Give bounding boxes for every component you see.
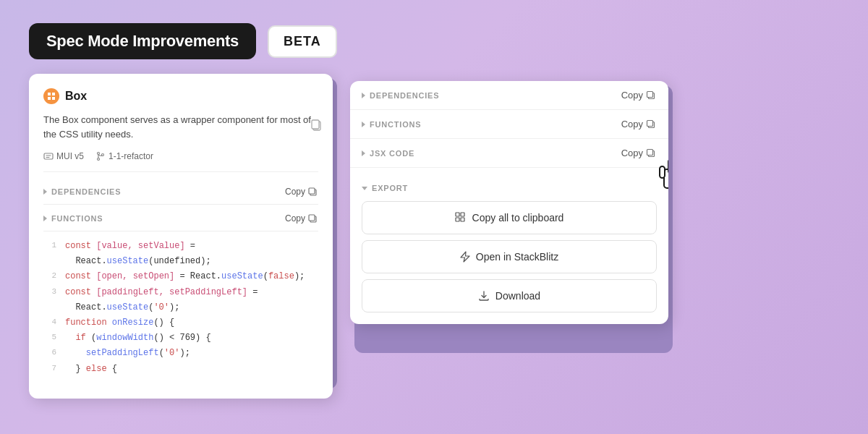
download-label: Download: [495, 290, 540, 302]
export-section-label: EXPORT: [362, 176, 657, 201]
spec-panel: Box The Box component serves as a wrappe…: [29, 74, 333, 399]
svg-rect-21: [461, 213, 464, 216]
page-title: Spec Mode Improvements: [29, 23, 256, 59]
copy-to-clipboard-icon[interactable]: [310, 119, 323, 134]
svg-rect-4: [44, 153, 53, 159]
branch-label: 1-1-refactor: [109, 151, 153, 161]
component-header: Box: [43, 88, 318, 104]
svg-rect-22: [456, 218, 459, 221]
component-icon: [43, 88, 59, 104]
functions-collapse-icon: [43, 216, 47, 221]
svg-rect-15: [647, 92, 653, 98]
copy-all-button[interactable]: Copy all to clipboard: [362, 201, 657, 234]
export-expand-icon: [362, 187, 367, 190]
meta-version: MUI v5: [43, 151, 84, 161]
header: Spec Mode Improvements BETA: [0, 0, 868, 74]
stackblitz-label: Open in StackBlitz: [476, 251, 558, 263]
functions-label: FUNCTIONS: [43, 214, 103, 223]
stackblitz-button[interactable]: Open in StackBlitz: [362, 240, 657, 273]
copy-fn-icon: [646, 119, 657, 129]
svg-rect-20: [456, 213, 459, 216]
copy-deps-icon: [646, 90, 657, 101]
export-functions-label: FUNCTIONS: [362, 120, 421, 129]
code-line-4: 4 function onResize() {: [43, 315, 318, 331]
code-line-3: 3 const [paddingLeft, setPaddingLeft] =: [43, 285, 318, 300]
component-name: Box: [65, 90, 87, 103]
beta-badge: BETA: [268, 25, 337, 58]
code-line-1: 1 const [value, setValue] =: [43, 239, 318, 254]
svg-rect-17: [647, 121, 653, 127]
code-line-1b: React.useState(undefined);: [43, 254, 318, 269]
code-line-5: 5 if (windowWidth() < 769) {: [43, 331, 318, 346]
export-jsx-collapse-icon: [362, 150, 365, 156]
main-content: Box The Box component serves as a wrappe…: [0, 74, 868, 399]
dependencies-copy-button[interactable]: Copy: [285, 187, 318, 197]
line-number: 1: [43, 239, 56, 253]
export-fn-collapse-icon: [362, 122, 365, 127]
svg-rect-9: [312, 120, 319, 129]
code-line-3b: React.useState('0');: [43, 300, 318, 315]
component-description: The Box component serves as a wrapper co…: [43, 113, 318, 141]
code-block: 1 const [value, setValue] = React.useSta…: [43, 231, 318, 384]
export-panel: DEPENDENCIES Copy FUNCTIONS Copy: [350, 81, 668, 324]
svg-rect-2: [48, 97, 51, 100]
dependencies-section-header: DEPENDENCIES Copy: [43, 179, 318, 205]
code-line-2: 2 const [open, setOpen] = React.useState…: [43, 269, 318, 284]
functions-copy-button[interactable]: Copy: [285, 213, 318, 224]
svg-rect-23: [461, 218, 464, 221]
export-jsx-section: JSX CODE Copy: [350, 139, 668, 168]
svg-rect-3: [52, 97, 55, 100]
export-functions-section: FUNCTIONS Copy: [350, 110, 668, 139]
export-dependencies-copy-button[interactable]: Copy: [621, 90, 657, 101]
code-line-7: 7 } else {: [43, 362, 318, 377]
export-dependencies-label: DEPENDENCIES: [362, 91, 439, 100]
version-label: MUI v5: [56, 151, 84, 161]
meta-branch: 1-1-refactor: [95, 151, 153, 161]
export-jsx-copy-button[interactable]: Copy: [621, 148, 657, 158]
branch-icon: [95, 151, 106, 161]
functions-section-header: FUNCTIONS Copy: [43, 206, 318, 231]
svg-rect-19: [647, 150, 653, 156]
download-button[interactable]: Download: [362, 279, 657, 312]
svg-rect-11: [309, 188, 315, 194]
export-dep-collapse-icon: [362, 93, 365, 98]
export-functions-copy-button[interactable]: Copy: [621, 119, 657, 129]
lightning-icon: [460, 251, 470, 263]
svg-rect-13: [309, 215, 315, 221]
grid-icon: [455, 212, 467, 224]
export-jsx-label: JSX CODE: [362, 149, 414, 158]
dependencies-collapse-icon: [43, 189, 47, 195]
svg-rect-1: [52, 93, 55, 95]
functions-copy-icon: [308, 213, 318, 224]
copy-jsx-icon: [646, 148, 657, 158]
export-dependencies-section: DEPENDENCIES Copy: [350, 81, 668, 110]
export-bottom: EXPORT Copy all to clipboard: [350, 168, 668, 324]
component-meta: MUI v5 1-1-refactor: [43, 151, 318, 172]
download-icon: [478, 290, 490, 302]
code-line-6: 6 setPaddingLeft('0');: [43, 346, 318, 361]
copy-icon: [308, 187, 318, 197]
dependencies-label: DEPENDENCIES: [43, 187, 121, 196]
version-icon: [43, 151, 54, 161]
copy-all-label: Copy all to clipboard: [472, 212, 564, 224]
svg-rect-0: [48, 93, 51, 95]
